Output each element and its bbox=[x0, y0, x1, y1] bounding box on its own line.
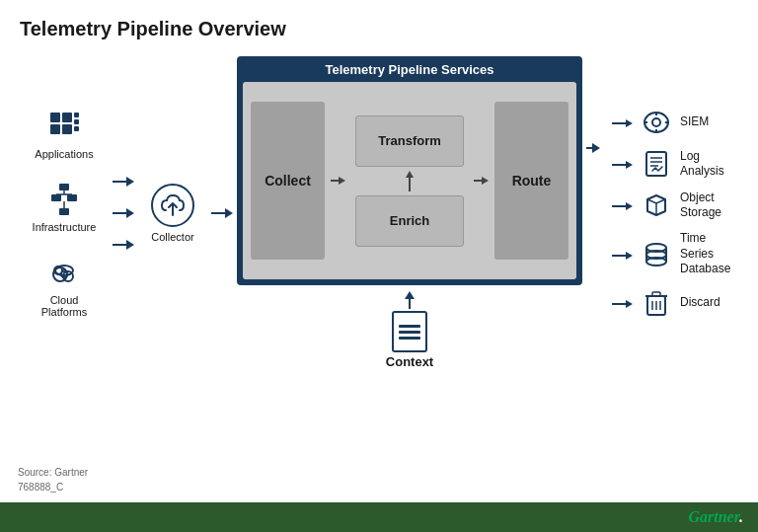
route-arrow bbox=[474, 177, 489, 185]
siem-label: SIEM bbox=[680, 114, 709, 130]
svg-rect-9 bbox=[67, 194, 77, 201]
page: Telemetry Pipeline Overview Appli bbox=[0, 0, 758, 532]
log-analysis-label: LogAnalysis bbox=[680, 149, 724, 180]
svg-rect-1 bbox=[62, 113, 72, 122]
destination-arrow bbox=[612, 156, 633, 172]
dest-object-storage: ObjectStorage bbox=[612, 190, 740, 221]
svg-rect-0 bbox=[50, 113, 60, 122]
destination-arrow bbox=[612, 197, 633, 213]
transform-stage: Transform bbox=[355, 115, 464, 167]
pipeline-title: Telemetry Pipeline Services bbox=[243, 62, 576, 77]
discard-label: Discard bbox=[680, 295, 720, 311]
destination-arrow bbox=[612, 114, 633, 130]
siem-icon bbox=[641, 107, 672, 138]
source-arrow-2 bbox=[113, 208, 134, 218]
svg-rect-2 bbox=[50, 124, 60, 134]
middle-flow: Transform Enrich bbox=[351, 110, 468, 253]
source-arrows bbox=[113, 177, 134, 250]
discard-icon bbox=[641, 287, 672, 319]
object-storage-icon bbox=[641, 190, 672, 221]
source-infrastructure: Infrastructure bbox=[33, 182, 97, 233]
destination-arrow bbox=[612, 247, 633, 263]
collector-icon bbox=[151, 184, 194, 227]
enrich-stage: Enrich bbox=[355, 195, 464, 247]
source-arrow-1 bbox=[113, 177, 134, 187]
pipeline-to-dest-arrow bbox=[586, 143, 600, 153]
applications-icon bbox=[46, 109, 82, 144]
svg-rect-8 bbox=[51, 194, 61, 201]
cloud-label: CloudPlatforms bbox=[41, 294, 87, 318]
collect-stage: Collect bbox=[251, 102, 325, 260]
context-up-arrow bbox=[405, 291, 415, 309]
collector-arrow bbox=[211, 208, 233, 218]
collector-section: Collector bbox=[138, 184, 207, 243]
time-series-label: Time SeriesDatabase bbox=[680, 231, 740, 277]
svg-rect-7 bbox=[59, 184, 69, 190]
cloud-icon bbox=[46, 255, 82, 290]
svg-rect-5 bbox=[74, 119, 79, 124]
route-stage: Route bbox=[494, 102, 568, 260]
object-storage-label: ObjectStorage bbox=[680, 190, 721, 221]
pipeline-section: Telemetry Pipeline Services Collect bbox=[237, 56, 582, 369]
time-series-icon bbox=[641, 239, 672, 270]
enrich-row: Enrich bbox=[355, 195, 464, 247]
pipeline-outer: Telemetry Pipeline Services Collect bbox=[237, 56, 582, 285]
source-cloud: CloudPlatforms bbox=[41, 255, 87, 318]
source-note: Source: Gartner 768888_C bbox=[18, 465, 88, 494]
page-title: Telemetry Pipeline Overview bbox=[20, 18, 738, 40]
svg-rect-3 bbox=[62, 124, 72, 134]
dest-siem: SIEM bbox=[612, 107, 740, 138]
content-area: Applications Infrastructure bbox=[20, 56, 738, 369]
dest-log-analysis: LogAnalysis bbox=[612, 148, 740, 180]
svg-rect-4 bbox=[74, 113, 79, 117]
gartner-logo: Gartner. bbox=[688, 508, 743, 526]
vertical-arrow bbox=[406, 171, 414, 191]
transform-row: Transform bbox=[355, 115, 464, 167]
dest-discard: Discard bbox=[612, 287, 740, 319]
context-label: Context bbox=[386, 354, 433, 369]
source-applications: Applications bbox=[35, 109, 93, 160]
svg-rect-10 bbox=[59, 208, 69, 215]
sources-panel: Applications Infrastructure bbox=[20, 109, 109, 318]
infrastructure-label: Infrastructure bbox=[33, 221, 97, 233]
context-section: Context bbox=[237, 291, 582, 369]
collect-arrow bbox=[331, 177, 345, 185]
infrastructure-icon bbox=[46, 182, 82, 217]
collector-label: Collector bbox=[151, 231, 193, 243]
log-analysis-icon bbox=[641, 148, 672, 180]
svg-rect-6 bbox=[74, 126, 79, 131]
svg-point-26 bbox=[652, 118, 660, 126]
footer-bar: Gartner. bbox=[0, 502, 758, 532]
dest-time-series: Time SeriesDatabase bbox=[612, 231, 740, 277]
destinations-panel: SIEM LogAnalysis bbox=[612, 107, 740, 319]
applications-label: Applications bbox=[35, 148, 93, 160]
destination-arrow bbox=[612, 295, 633, 311]
source-arrow-3 bbox=[113, 240, 134, 250]
pipeline-inner: Collect Transform bbox=[243, 82, 576, 279]
context-icon bbox=[392, 311, 427, 352]
svg-rect-31 bbox=[646, 152, 666, 176]
svg-rect-41 bbox=[652, 292, 660, 296]
